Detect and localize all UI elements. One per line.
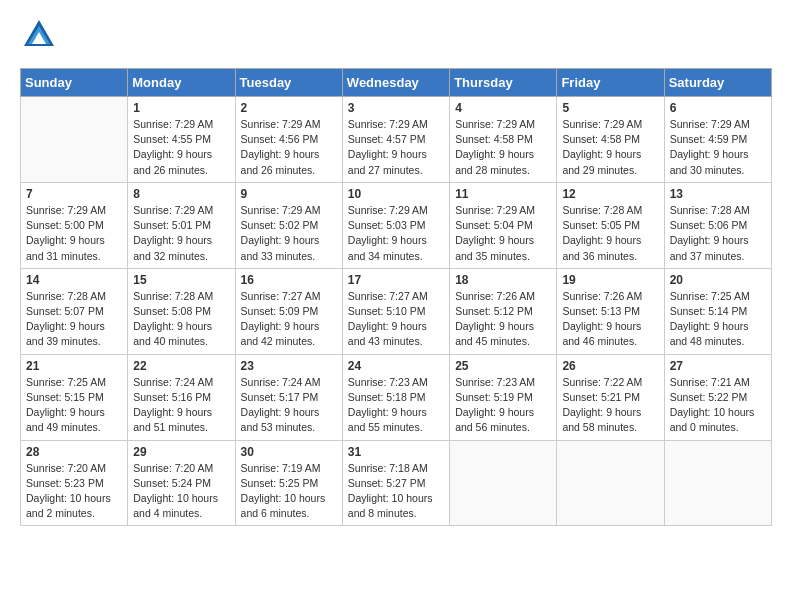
table-row xyxy=(557,440,664,526)
day-number: 30 xyxy=(241,445,337,459)
table-row: 31Sunrise: 7:18 AMSunset: 5:27 PMDayligh… xyxy=(342,440,449,526)
table-row: 6Sunrise: 7:29 AMSunset: 4:59 PMDaylight… xyxy=(664,97,771,183)
day-number: 3 xyxy=(348,101,444,115)
table-row: 18Sunrise: 7:26 AMSunset: 5:12 PMDayligh… xyxy=(450,268,557,354)
table-row: 14Sunrise: 7:28 AMSunset: 5:07 PMDayligh… xyxy=(21,268,128,354)
day-info: Sunrise: 7:29 AMSunset: 5:03 PMDaylight:… xyxy=(348,203,444,264)
day-info: Sunrise: 7:26 AMSunset: 5:12 PMDaylight:… xyxy=(455,289,551,350)
day-info: Sunrise: 7:24 AMSunset: 5:16 PMDaylight:… xyxy=(133,375,229,436)
day-number: 17 xyxy=(348,273,444,287)
day-number: 9 xyxy=(241,187,337,201)
table-row: 28Sunrise: 7:20 AMSunset: 5:23 PMDayligh… xyxy=(21,440,128,526)
day-number: 21 xyxy=(26,359,122,373)
day-info: Sunrise: 7:29 AMSunset: 5:02 PMDaylight:… xyxy=(241,203,337,264)
day-number: 13 xyxy=(670,187,766,201)
day-info: Sunrise: 7:29 AMSunset: 4:59 PMDaylight:… xyxy=(670,117,766,178)
table-row: 12Sunrise: 7:28 AMSunset: 5:05 PMDayligh… xyxy=(557,182,664,268)
weekday-saturday: Saturday xyxy=(664,69,771,97)
week-row-1: 1Sunrise: 7:29 AMSunset: 4:55 PMDaylight… xyxy=(21,97,772,183)
weekday-friday: Friday xyxy=(557,69,664,97)
day-info: Sunrise: 7:29 AMSunset: 5:04 PMDaylight:… xyxy=(455,203,551,264)
logo xyxy=(20,16,62,58)
day-number: 23 xyxy=(241,359,337,373)
day-info: Sunrise: 7:18 AMSunset: 5:27 PMDaylight:… xyxy=(348,461,444,522)
table-row xyxy=(450,440,557,526)
table-row xyxy=(21,97,128,183)
day-info: Sunrise: 7:25 AMSunset: 5:14 PMDaylight:… xyxy=(670,289,766,350)
day-number: 31 xyxy=(348,445,444,459)
day-info: Sunrise: 7:29 AMSunset: 4:58 PMDaylight:… xyxy=(562,117,658,178)
day-info: Sunrise: 7:29 AMSunset: 4:57 PMDaylight:… xyxy=(348,117,444,178)
table-row: 8Sunrise: 7:29 AMSunset: 5:01 PMDaylight… xyxy=(128,182,235,268)
week-row-5: 28Sunrise: 7:20 AMSunset: 5:23 PMDayligh… xyxy=(21,440,772,526)
weekday-thursday: Thursday xyxy=(450,69,557,97)
weekday-sunday: Sunday xyxy=(21,69,128,97)
table-row: 19Sunrise: 7:26 AMSunset: 5:13 PMDayligh… xyxy=(557,268,664,354)
logo-icon xyxy=(20,16,58,58)
day-info: Sunrise: 7:29 AMSunset: 4:56 PMDaylight:… xyxy=(241,117,337,178)
day-info: Sunrise: 7:23 AMSunset: 5:18 PMDaylight:… xyxy=(348,375,444,436)
day-number: 6 xyxy=(670,101,766,115)
table-row: 5Sunrise: 7:29 AMSunset: 4:58 PMDaylight… xyxy=(557,97,664,183)
day-number: 25 xyxy=(455,359,551,373)
day-info: Sunrise: 7:27 AMSunset: 5:10 PMDaylight:… xyxy=(348,289,444,350)
day-info: Sunrise: 7:27 AMSunset: 5:09 PMDaylight:… xyxy=(241,289,337,350)
table-row: 23Sunrise: 7:24 AMSunset: 5:17 PMDayligh… xyxy=(235,354,342,440)
table-row: 15Sunrise: 7:28 AMSunset: 5:08 PMDayligh… xyxy=(128,268,235,354)
table-row: 24Sunrise: 7:23 AMSunset: 5:18 PMDayligh… xyxy=(342,354,449,440)
day-info: Sunrise: 7:29 AMSunset: 4:55 PMDaylight:… xyxy=(133,117,229,178)
table-row: 27Sunrise: 7:21 AMSunset: 5:22 PMDayligh… xyxy=(664,354,771,440)
day-info: Sunrise: 7:19 AMSunset: 5:25 PMDaylight:… xyxy=(241,461,337,522)
calendar-table: SundayMondayTuesdayWednesdayThursdayFrid… xyxy=(20,68,772,526)
week-row-3: 14Sunrise: 7:28 AMSunset: 5:07 PMDayligh… xyxy=(21,268,772,354)
table-row: 13Sunrise: 7:28 AMSunset: 5:06 PMDayligh… xyxy=(664,182,771,268)
table-row: 10Sunrise: 7:29 AMSunset: 5:03 PMDayligh… xyxy=(342,182,449,268)
day-number: 29 xyxy=(133,445,229,459)
week-row-2: 7Sunrise: 7:29 AMSunset: 5:00 PMDaylight… xyxy=(21,182,772,268)
day-info: Sunrise: 7:29 AMSunset: 4:58 PMDaylight:… xyxy=(455,117,551,178)
day-info: Sunrise: 7:22 AMSunset: 5:21 PMDaylight:… xyxy=(562,375,658,436)
weekday-wednesday: Wednesday xyxy=(342,69,449,97)
day-info: Sunrise: 7:29 AMSunset: 5:00 PMDaylight:… xyxy=(26,203,122,264)
day-info: Sunrise: 7:20 AMSunset: 5:23 PMDaylight:… xyxy=(26,461,122,522)
day-number: 18 xyxy=(455,273,551,287)
table-row: 16Sunrise: 7:27 AMSunset: 5:09 PMDayligh… xyxy=(235,268,342,354)
weekday-monday: Monday xyxy=(128,69,235,97)
day-info: Sunrise: 7:21 AMSunset: 5:22 PMDaylight:… xyxy=(670,375,766,436)
day-number: 20 xyxy=(670,273,766,287)
day-number: 26 xyxy=(562,359,658,373)
weekday-header-row: SundayMondayTuesdayWednesdayThursdayFrid… xyxy=(21,69,772,97)
day-number: 11 xyxy=(455,187,551,201)
day-number: 4 xyxy=(455,101,551,115)
day-number: 5 xyxy=(562,101,658,115)
table-row: 4Sunrise: 7:29 AMSunset: 4:58 PMDaylight… xyxy=(450,97,557,183)
day-number: 7 xyxy=(26,187,122,201)
day-number: 2 xyxy=(241,101,337,115)
day-info: Sunrise: 7:28 AMSunset: 5:05 PMDaylight:… xyxy=(562,203,658,264)
day-info: Sunrise: 7:25 AMSunset: 5:15 PMDaylight:… xyxy=(26,375,122,436)
calendar-body: 1Sunrise: 7:29 AMSunset: 4:55 PMDaylight… xyxy=(21,97,772,526)
table-row: 2Sunrise: 7:29 AMSunset: 4:56 PMDaylight… xyxy=(235,97,342,183)
table-row: 29Sunrise: 7:20 AMSunset: 5:24 PMDayligh… xyxy=(128,440,235,526)
table-row xyxy=(664,440,771,526)
day-number: 15 xyxy=(133,273,229,287)
table-row: 25Sunrise: 7:23 AMSunset: 5:19 PMDayligh… xyxy=(450,354,557,440)
day-info: Sunrise: 7:28 AMSunset: 5:06 PMDaylight:… xyxy=(670,203,766,264)
table-row: 7Sunrise: 7:29 AMSunset: 5:00 PMDaylight… xyxy=(21,182,128,268)
day-info: Sunrise: 7:23 AMSunset: 5:19 PMDaylight:… xyxy=(455,375,551,436)
day-info: Sunrise: 7:24 AMSunset: 5:17 PMDaylight:… xyxy=(241,375,337,436)
day-number: 12 xyxy=(562,187,658,201)
day-number: 28 xyxy=(26,445,122,459)
day-number: 19 xyxy=(562,273,658,287)
table-row: 1Sunrise: 7:29 AMSunset: 4:55 PMDaylight… xyxy=(128,97,235,183)
day-number: 22 xyxy=(133,359,229,373)
day-number: 14 xyxy=(26,273,122,287)
table-row: 11Sunrise: 7:29 AMSunset: 5:04 PMDayligh… xyxy=(450,182,557,268)
page-header xyxy=(20,16,772,58)
table-row: 9Sunrise: 7:29 AMSunset: 5:02 PMDaylight… xyxy=(235,182,342,268)
day-number: 27 xyxy=(670,359,766,373)
day-number: 10 xyxy=(348,187,444,201)
day-number: 24 xyxy=(348,359,444,373)
day-number: 8 xyxy=(133,187,229,201)
day-info: Sunrise: 7:29 AMSunset: 5:01 PMDaylight:… xyxy=(133,203,229,264)
